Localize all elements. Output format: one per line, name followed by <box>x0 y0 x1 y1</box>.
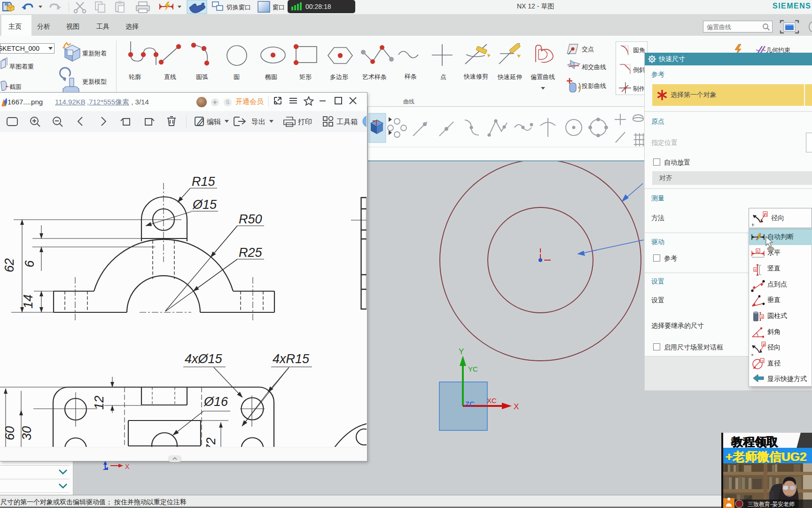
svg-text:30: 30 <box>20 426 34 440</box>
svg-text:x: x <box>757 249 759 253</box>
svg-text:12: 12 <box>92 396 106 410</box>
svg-text:YC: YC <box>468 365 478 373</box>
svg-text:R50: R50 <box>239 212 262 226</box>
svg-text:4xØ15: 4xØ15 <box>185 352 223 366</box>
svg-text:x: x <box>755 268 757 272</box>
svg-text:Y: Y <box>459 347 464 356</box>
svg-text:00:28:18: 00:28:18 <box>305 3 331 10</box>
svg-text:R15: R15 <box>192 175 216 189</box>
svg-text:4xR15: 4xR15 <box>273 352 310 366</box>
svg-text:60: 60 <box>3 426 17 440</box>
svg-text:导出: 导出 <box>251 118 265 126</box>
svg-text:d: d <box>761 315 763 319</box>
svg-text:R: R <box>764 212 767 217</box>
svg-text:打印: 打印 <box>297 118 312 126</box>
svg-text:Ø16: Ø16 <box>203 395 228 409</box>
svg-text:62: 62 <box>2 258 16 272</box>
svg-text:编辑: 编辑 <box>207 118 221 126</box>
svg-text:X: X <box>514 402 519 411</box>
svg-text:X: X <box>125 463 130 470</box>
svg-text:d: d <box>761 359 763 363</box>
svg-text:三致教育-晏安老师: 三致教育-晏安老师 <box>748 501 795 508</box>
svg-text:14: 14 <box>21 294 35 309</box>
svg-text:工具箱: 工具箱 <box>336 118 358 126</box>
svg-text:R: R <box>763 342 765 347</box>
svg-text:ZC: ZC <box>465 400 475 408</box>
svg-text:R25: R25 <box>239 246 263 260</box>
svg-text:Ø15: Ø15 <box>192 198 217 212</box>
svg-text:6: 6 <box>23 260 37 268</box>
svg-text:XC: XC <box>487 397 497 405</box>
